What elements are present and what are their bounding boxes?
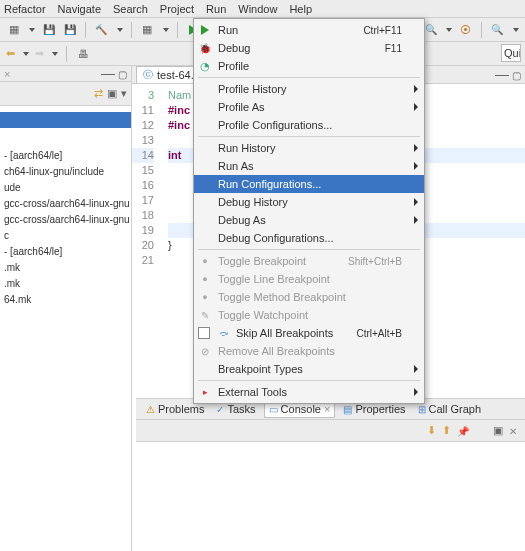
submenu-arrow-icon [414, 216, 418, 224]
checkbox-icon[interactable] [198, 327, 210, 339]
breakpoint-icon [198, 290, 212, 304]
menu-item-debug-as[interactable]: Debug As [194, 211, 424, 229]
menu-item-debug[interactable]: DebugF11 [194, 39, 424, 57]
menu-item-run-history[interactable]: Run History [194, 139, 424, 157]
menu-item-toggle-line-bp: Toggle Line Breakpoint [194, 270, 424, 288]
pin-icon[interactable] [457, 425, 469, 437]
menu-item-run[interactable]: RunCtrl+F11 [194, 21, 424, 39]
minimize-icon[interactable] [495, 75, 509, 76]
menu-item-run-as[interactable]: Run As [194, 157, 424, 175]
menu-item-remove-all-bp: ⊘Remove All Breakpoints [194, 342, 424, 360]
menu-run[interactable]: Run [206, 3, 226, 15]
search-icon[interactable] [423, 22, 438, 38]
tree-line[interactable]: .mk [0, 260, 131, 276]
menu-help[interactable]: Help [289, 3, 312, 15]
menu-navigate[interactable]: Navigate [58, 3, 101, 15]
submenu-arrow-icon [414, 103, 418, 111]
menu-item-toggle-bp: Toggle BreakpointShift+Ctrl+B [194, 252, 424, 270]
menu-item-profile-as[interactable]: Profile As [194, 98, 424, 116]
menu-icon[interactable]: ▾ [121, 87, 127, 100]
submenu-arrow-icon [414, 388, 418, 396]
tasks-icon [216, 403, 224, 415]
close-icon[interactable]: × [4, 68, 10, 80]
minimize-icon[interactable] [101, 74, 115, 75]
package-button[interactable] [140, 22, 155, 38]
build-button[interactable] [94, 22, 109, 38]
problems-icon [146, 403, 155, 415]
submenu-arrow-icon [414, 365, 418, 373]
menu-item-profile[interactable]: Profile [194, 57, 424, 75]
run-icon [198, 23, 212, 37]
tree-line[interactable]: 64.mk [0, 292, 131, 308]
breakpoint-icon [198, 272, 212, 286]
c-file-icon: ⓒ [143, 68, 153, 82]
chevron-down-icon[interactable] [163, 28, 169, 32]
menu-item-run-configurations[interactable]: Run Configurations... [194, 175, 424, 193]
properties-icon [343, 403, 352, 415]
menu-item-skip-all-bp[interactable]: Skip All BreakpointsCtrl+Alt+B [194, 324, 424, 342]
console-toolbar [136, 420, 525, 442]
maximize-icon[interactable] [512, 69, 521, 81]
display-icon[interactable] [493, 424, 503, 437]
chevron-down-icon[interactable] [513, 28, 519, 32]
remove-icon: ⊘ [198, 344, 212, 358]
run-menu-dropdown: RunCtrl+F11 DebugF11 Profile Profile His… [193, 18, 425, 404]
brush-icon[interactable] [458, 22, 473, 38]
watchpoint-icon: ✎ [198, 308, 212, 322]
menubar: Refactor Navigate Search Project Run Win… [0, 0, 525, 18]
menu-item-debug-configs[interactable]: Debug Configurations... [194, 229, 424, 247]
quick-access-input[interactable]: Qui [501, 44, 521, 62]
console-icon [269, 403, 278, 415]
print-button[interactable] [75, 46, 91, 62]
clear-icon[interactable] [509, 425, 517, 437]
menu-window[interactable]: Window [238, 3, 277, 15]
chevron-down-icon[interactable] [446, 28, 452, 32]
maximize-icon[interactable] [118, 68, 127, 80]
focus-icon[interactable] [107, 87, 117, 100]
callgraph-icon [418, 403, 426, 415]
tree-line[interactable]: ch64-linux-gnu/include [0, 164, 131, 180]
external-tools-icon [198, 385, 212, 399]
chevron-down-icon[interactable] [23, 52, 29, 56]
chevron-down-icon[interactable] [29, 28, 35, 32]
tree-line[interactable]: - [aarch64/le] [0, 148, 131, 164]
profile-icon [198, 59, 212, 73]
menu-item-profile-configs[interactable]: Profile Configurations... [194, 116, 424, 134]
new-button[interactable] [6, 22, 21, 38]
link-icon[interactable]: ⇄ [94, 87, 103, 100]
skip-icon [216, 326, 230, 340]
close-icon[interactable]: × [324, 403, 330, 415]
scroll-up-icon[interactable] [442, 424, 451, 437]
submenu-arrow-icon [414, 162, 418, 170]
tree-line[interactable]: - [aarch64/le] [0, 244, 131, 260]
tree-line[interactable]: ude [0, 180, 131, 196]
submenu-arrow-icon [414, 144, 418, 152]
menu-item-bp-types[interactable]: Breakpoint Types [194, 360, 424, 378]
menu-item-toggle-watch: ✎Toggle Watchpoint [194, 306, 424, 324]
submenu-arrow-icon [414, 198, 418, 206]
project-explorer: × ⇄ ▾ - [aarch64/le] ch64-linux-gnu/incl… [0, 66, 132, 551]
save-button[interactable] [41, 22, 56, 38]
save-all-button[interactable] [62, 22, 77, 38]
chevron-down-icon[interactable] [52, 52, 58, 56]
tree-line[interactable]: c [0, 228, 131, 244]
bug-icon [198, 41, 212, 55]
menu-item-profile-history[interactable]: Profile History [194, 80, 424, 98]
chevron-down-icon[interactable] [117, 28, 123, 32]
menu-project[interactable]: Project [160, 3, 194, 15]
scroll-down-icon[interactable] [427, 424, 436, 437]
menu-refactor[interactable]: Refactor [4, 3, 46, 15]
menu-item-debug-history[interactable]: Debug History [194, 193, 424, 211]
tree-view[interactable]: - [aarch64/le] ch64-linux-gnu/include ud… [0, 106, 131, 312]
menu-search[interactable]: Search [113, 3, 148, 15]
breakpoint-icon [198, 254, 212, 268]
tree-line[interactable]: gcc-cross/aarch64-linux-gnu [0, 212, 131, 228]
menu-item-external-tools[interactable]: External Tools [194, 383, 424, 401]
zoom-button[interactable] [490, 22, 505, 38]
menu-item-toggle-method-bp: Toggle Method Breakpoint [194, 288, 424, 306]
submenu-arrow-icon [414, 85, 418, 93]
tree-line[interactable]: .mk [0, 276, 131, 292]
tree-line[interactable]: gcc-cross/aarch64-linux-gnu [0, 196, 131, 212]
